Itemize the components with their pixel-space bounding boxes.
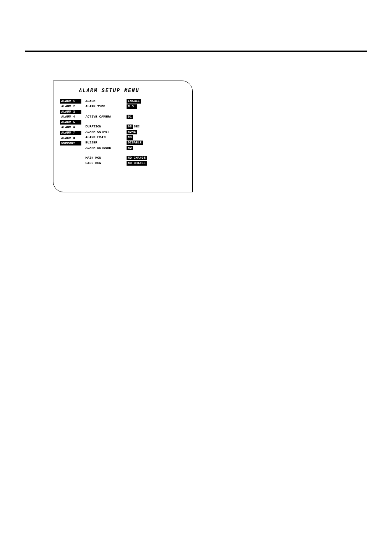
- menu-row-label: BUZZER: [85, 141, 127, 145]
- menu-row: MAIN MONNO CHANGE: [85, 156, 186, 160]
- menu-row-value[interactable]: 01: [127, 115, 133, 119]
- menu-nav-item[interactable]: ALARM 2: [60, 104, 81, 109]
- menu-nav: ALARM 1ALARM 2ALARM 3ALARM 4ALARM 5ALARM…: [60, 99, 81, 146]
- menu-row: ALARMENABLE: [85, 99, 186, 104]
- menu-nav-item[interactable]: ALARM 1: [60, 99, 81, 104]
- top-divider: [25, 51, 367, 52]
- menu-row-value[interactable]: ENABLE: [127, 99, 141, 104]
- menu-row-value[interactable]: DISABLE: [127, 141, 143, 145]
- menu-row-label: ALARM: [85, 99, 127, 103]
- menu-nav-item[interactable]: ALARM 5: [60, 120, 81, 125]
- menu-row-value[interactable]: N.O.: [127, 104, 137, 109]
- menu-nav-item[interactable]: ALARM 6: [60, 125, 81, 130]
- row-gap: [85, 151, 186, 155]
- menu-row-value[interactable]: NO CHANGE: [127, 161, 147, 166]
- menu-row: CALL MONNO CHANGE: [85, 161, 186, 166]
- menu-row-label: ALARM OUTPUT: [85, 130, 127, 134]
- menu-nav-item[interactable]: ALARM 4: [60, 115, 81, 119]
- menu-row-label: DURATION: [85, 125, 127, 129]
- menu-row-value[interactable]: NO: [127, 146, 133, 150]
- menu-row: ACTIVE CAMERA01: [85, 115, 186, 119]
- menu-nav-item[interactable]: ALARM 3: [60, 110, 81, 114]
- menu-nav-item[interactable]: ALARM 7: [60, 131, 81, 135]
- screenshot-frame: ALARM SETUP MENU ALARM 1ALARM 2ALARM 3AL…: [53, 81, 193, 192]
- menu-title: ALARM SETUP MENU: [79, 88, 186, 93]
- menu-row-label: ALARM EMAIL: [85, 136, 127, 139]
- menu-row-value[interactable]: 05: [127, 125, 133, 129]
- menu-row-label: ALARM NETWORK: [85, 146, 127, 150]
- menu-row-suffix: SEC: [134, 125, 140, 129]
- menu-row-label: ACTIVE CAMERA: [85, 115, 127, 119]
- menu-nav-item[interactable]: ALARM 8: [60, 136, 81, 141]
- menu-row: ALARM OUTPUTNONE: [85, 130, 186, 134]
- menu-nav-item[interactable]: SUMMARY: [60, 141, 81, 145]
- row-gap: [85, 120, 186, 124]
- menu-row-label: MAIN MON: [85, 156, 127, 160]
- menu-row: DURATION05SEC: [85, 125, 186, 129]
- menu-row-label: CALL MON: [85, 162, 127, 165]
- screenshot-content: ALARM SETUP MENU ALARM 1ALARM 2ALARM 3AL…: [53, 81, 192, 173]
- menu-row: ALARM NETWORKNO: [85, 146, 186, 150]
- menu-row: BUZZERDISABLE: [85, 141, 186, 145]
- menu-row: ALARM EMAILNO: [85, 135, 186, 140]
- menu-row-value[interactable]: NO CHANGE: [127, 156, 147, 160]
- menu-row-value[interactable]: NONE: [127, 130, 137, 134]
- menu-row-label: ALARM TYPE: [85, 105, 127, 108]
- menu-fields: ALARMENABLEALARM TYPEN.O.ACTIVE CAMERA01…: [85, 99, 186, 166]
- row-gap: [85, 110, 186, 114]
- menu-row-value[interactable]: NO: [127, 135, 133, 140]
- page: ALARM SETUP MENU ALARM 1ALARM 2ALARM 3AL…: [0, 0, 392, 554]
- menu-row: ALARM TYPEN.O.: [85, 104, 186, 109]
- menu-body: ALARM 1ALARM 2ALARM 3ALARM 4ALARM 5ALARM…: [60, 99, 186, 166]
